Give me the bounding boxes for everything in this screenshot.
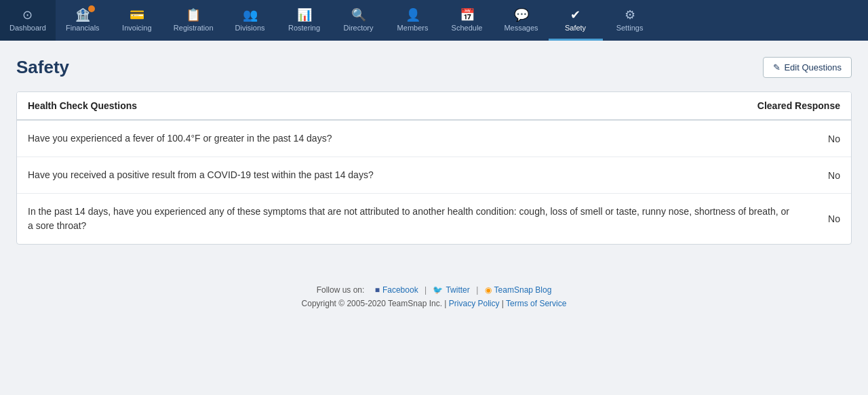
settings-nav-icon: ⚙ bbox=[625, 7, 635, 22]
dashboard-nav-icon: ⊙ bbox=[22, 7, 33, 22]
nav-item-safety[interactable]: ✔Safety bbox=[549, 0, 603, 41]
invoicing-nav-label: Invoicing bbox=[122, 24, 151, 32]
registration-nav-icon: 📋 bbox=[186, 7, 201, 22]
table-row: In the past 14 days, have you experience… bbox=[17, 194, 851, 244]
financials-nav-badge bbox=[88, 5, 95, 12]
nav-item-settings[interactable]: ⚙Settings bbox=[603, 0, 657, 41]
nav-item-messages[interactable]: 💬Messages bbox=[494, 0, 549, 41]
nav-item-rostering[interactable]: 📊Rostering bbox=[277, 0, 332, 41]
footer: Follow us on: ■ Facebook | 🐦 Twitter | ◉… bbox=[0, 272, 868, 322]
facebook-link-container: ■ Facebook bbox=[375, 285, 418, 295]
nav-item-invoicing[interactable]: 💳Invoicing bbox=[110, 0, 164, 41]
nav-item-directory[interactable]: 🔍Directory bbox=[332, 0, 386, 41]
response-value-1: No bbox=[820, 170, 840, 181]
facebook-link[interactable]: Facebook bbox=[382, 285, 418, 295]
safety-nav-icon: ✔ bbox=[570, 7, 580, 22]
footer-copyright: Copyright © 2005-2020 TeamSnap Inc. | Pr… bbox=[14, 299, 854, 308]
registration-nav-label: Registration bbox=[174, 24, 214, 32]
directory-nav-icon: 🔍 bbox=[351, 7, 366, 22]
table-header-row: Health Check Questions Cleared Response bbox=[17, 92, 851, 121]
divisions-nav-label: Divisions bbox=[235, 24, 265, 32]
financials-nav-label: Financials bbox=[66, 24, 100, 32]
col-response-header: Cleared Response bbox=[757, 100, 840, 111]
edit-questions-button[interactable]: ✎ Edit Questions bbox=[763, 57, 852, 78]
messages-nav-icon: 💬 bbox=[514, 7, 529, 22]
table-body: Have you experienced a fever of 100.4°F … bbox=[17, 121, 851, 244]
invoicing-nav-icon: 💳 bbox=[130, 7, 144, 22]
nav-bar: ⊙Dashboard🏦Financials💳Invoicing📋Registra… bbox=[0, 0, 868, 41]
privacy-policy-link[interactable]: Privacy Policy bbox=[449, 299, 500, 308]
question-text-0: Have you experienced a fever of 100.4°F … bbox=[28, 131, 820, 146]
schedule-nav-label: Schedule bbox=[452, 24, 483, 32]
table-row: Have you experienced a fever of 100.4°F … bbox=[17, 121, 851, 157]
footer-follow: Follow us on: ■ Facebook | 🐦 Twitter | ◉… bbox=[14, 285, 854, 295]
twitter-icon: 🐦 bbox=[433, 285, 443, 295]
response-value-0: No bbox=[820, 133, 840, 144]
nav-item-divisions[interactable]: 👥Divisions bbox=[223, 0, 277, 41]
response-value-2: No bbox=[820, 213, 840, 224]
nav-item-financials[interactable]: 🏦Financials bbox=[56, 0, 110, 41]
settings-nav-label: Settings bbox=[616, 24, 644, 32]
terms-of-service-link[interactable]: Terms of Service bbox=[506, 299, 566, 308]
page-header: Safety ✎ Edit Questions bbox=[16, 57, 852, 78]
nav-item-schedule[interactable]: 📅Schedule bbox=[440, 0, 494, 41]
directory-nav-label: Directory bbox=[344, 24, 374, 32]
page-title: Safety bbox=[16, 57, 69, 78]
blog-link-container: ◉ TeamSnap Blog bbox=[485, 285, 552, 295]
rostering-nav-label: Rostering bbox=[288, 24, 320, 32]
follow-text: Follow us on: bbox=[317, 285, 365, 295]
safety-nav-label: Safety bbox=[565, 24, 586, 32]
messages-nav-label: Messages bbox=[504, 24, 538, 32]
facebook-icon: ■ bbox=[375, 285, 380, 295]
members-nav-icon: 👤 bbox=[406, 7, 420, 22]
table-row: Have you received a positive result from… bbox=[17, 157, 851, 194]
twitter-link[interactable]: Twitter bbox=[446, 285, 469, 295]
members-nav-label: Members bbox=[397, 24, 429, 32]
question-text-1: Have you received a positive result from… bbox=[28, 168, 820, 182]
rostering-nav-icon: 📊 bbox=[297, 7, 312, 22]
health-check-table: Health Check Questions Cleared Response … bbox=[16, 91, 852, 245]
divisions-nav-icon: 👥 bbox=[243, 7, 258, 22]
nav-item-registration[interactable]: 📋Registration bbox=[164, 0, 223, 41]
schedule-nav-icon: 📅 bbox=[460, 7, 475, 22]
main-content: Safety ✎ Edit Questions Health Check Que… bbox=[0, 41, 868, 245]
blog-link[interactable]: TeamSnap Blog bbox=[494, 285, 552, 295]
twitter-link-container: 🐦 Twitter bbox=[433, 285, 469, 295]
rss-icon: ◉ bbox=[485, 285, 492, 295]
dashboard-nav-label: Dashboard bbox=[9, 24, 46, 32]
col-question-header: Health Check Questions bbox=[28, 100, 137, 111]
nav-item-dashboard[interactable]: ⊙Dashboard bbox=[0, 0, 56, 41]
pencil-icon: ✎ bbox=[773, 62, 781, 72]
nav-item-members[interactable]: 👤Members bbox=[386, 0, 440, 41]
question-text-2: In the past 14 days, have you experience… bbox=[28, 205, 820, 233]
